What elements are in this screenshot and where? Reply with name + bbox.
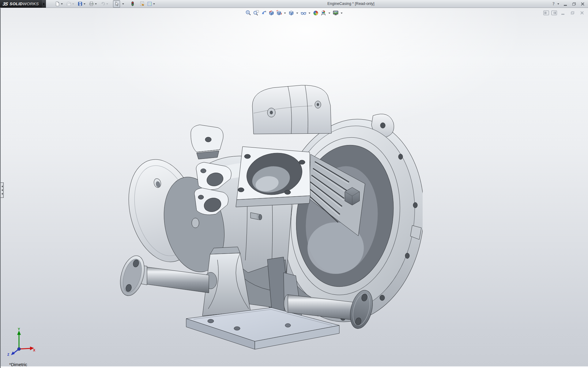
view-orientation-dropdown[interactable] [284, 13, 286, 14]
zoom-to-fit-icon [245, 10, 252, 16]
open-folder-icon [66, 1, 71, 6]
select-dropdown-arrow [122, 3, 124, 5]
main-toolbar [54, 0, 157, 8]
collapse-arrow-icon [2, 186, 3, 187]
edit-appearance-button[interactable] [312, 10, 319, 17]
zoom-to-area-button[interactable] [253, 10, 260, 17]
edit-appearance-icon [313, 10, 319, 16]
zoom-to-fit-button[interactable] [245, 10, 252, 17]
options-list-icon [147, 1, 152, 6]
doc-minimize-button[interactable] [559, 10, 567, 16]
title-controls: ? [552, 0, 586, 8]
section-view-button[interactable] [268, 10, 275, 17]
apply-scene-button[interactable] [320, 10, 327, 17]
options-button[interactable] [146, 0, 157, 8]
logo-text-solid: SOLID [9, 2, 23, 6]
engine-casing-model[interactable] [116, 76, 423, 352]
save-dropdown-arrow[interactable] [84, 3, 85, 5]
file-properties-button[interactable] [139, 0, 146, 8]
left-pane-toggle-icon[interactable] [543, 10, 549, 15]
print-icon [89, 1, 94, 6]
hide-show-items-icon [300, 10, 307, 16]
view-settings-icon [333, 10, 339, 16]
previous-view-icon [261, 10, 267, 16]
headsup-view-toolbar [245, 10, 344, 17]
doc-close-button[interactable] [578, 10, 586, 16]
options-dropdown-arrow[interactable] [153, 3, 155, 5]
section-view-icon [268, 10, 275, 16]
dassault-logo-mark: 3S [2, 1, 8, 6]
select-dropdown-button[interactable] [120, 0, 126, 8]
hide-show-dropdown[interactable] [309, 13, 311, 14]
doc-minimize-icon [561, 14, 564, 15]
triad-x-label: X [33, 348, 36, 352]
new-document-button[interactable] [54, 0, 65, 8]
help-button[interactable]: ? [552, 2, 555, 6]
undo-dropdown-arrow[interactable] [106, 3, 108, 5]
window-title: EngineCasing * [Read-only] [327, 0, 375, 8]
print-button[interactable] [88, 0, 99, 8]
view-orientation-icon [276, 10, 282, 16]
zoom-to-area-icon [253, 10, 259, 16]
doc-restore-icon [571, 11, 574, 14]
new-dropdown-arrow[interactable] [61, 3, 63, 5]
collapse-arrow-icon [2, 193, 3, 195]
doc-close-icon [580, 11, 584, 15]
open-button[interactable] [65, 0, 76, 8]
part-manifold-lobes[interactable] [191, 125, 231, 215]
doc-restore-button[interactable] [569, 10, 576, 16]
document-window-controls [543, 10, 586, 16]
help-dropdown-arrow[interactable] [557, 3, 559, 5]
reference-triad: Y X Z [5, 328, 36, 356]
save-floppy-icon [77, 1, 83, 6]
view-settings-button[interactable] [332, 10, 339, 17]
flyout-triangle-icon [43, 3, 45, 5]
new-document-icon [55, 1, 60, 6]
rebuild-stoplight-icon [130, 1, 135, 6]
save-button[interactable] [77, 0, 88, 8]
select-cursor-icon [114, 1, 119, 6]
triad-z-label: Z [7, 353, 9, 356]
graphics-area[interactable]: Y X Z *Dimetric [0, 8, 588, 368]
menu-flyout-arrow[interactable] [42, 0, 46, 8]
undo-icon [100, 1, 105, 6]
feature-manager-collapsed-tab[interactable] [1, 182, 4, 198]
file-properties-icon [140, 1, 145, 6]
logo-text-works: WORKS [23, 2, 39, 6]
display-style-icon [288, 10, 295, 16]
minimize-icon [564, 5, 567, 6]
view-orientation-label: *Dimetric [9, 362, 27, 367]
solidworks-logo: 3S SOLIDWORKS [0, 0, 42, 8]
triad-y-label: Y [18, 328, 20, 331]
display-style-dropdown[interactable] [296, 13, 298, 14]
display-style-button[interactable] [288, 10, 295, 17]
part-top-cylinder-mount[interactable] [252, 85, 331, 134]
title-bar: 3S SOLIDWORKS [0, 0, 588, 8]
apply-scene-icon [320, 10, 327, 16]
app-restore-button[interactable] [570, 1, 578, 7]
print-dropdown-arrow[interactable] [95, 3, 97, 5]
collapse-arrow-icon [2, 189, 3, 191]
apply-scene-dropdown[interactable] [329, 13, 330, 14]
view-orientation-button[interactable] [276, 10, 283, 17]
right-pane-toggle-icon[interactable] [551, 10, 557, 15]
view-settings-dropdown[interactable] [341, 13, 343, 14]
undo-button[interactable] [99, 0, 110, 8]
open-dropdown-arrow[interactable] [72, 3, 74, 5]
part-cylinder-flange[interactable] [236, 147, 310, 207]
restore-icon [572, 2, 576, 6]
close-icon [581, 2, 584, 6]
hide-show-items-button[interactable] [300, 10, 307, 17]
select-button[interactable] [113, 0, 120, 8]
solidworks-window: 3S SOLIDWORKS [0, 0, 588, 368]
rebuild-button[interactable] [129, 0, 136, 8]
status-bar-sliver [1, 366, 588, 368]
app-close-button[interactable] [579, 1, 586, 7]
app-minimize-button[interactable] [562, 1, 569, 7]
previous-view-button[interactable] [260, 10, 267, 17]
